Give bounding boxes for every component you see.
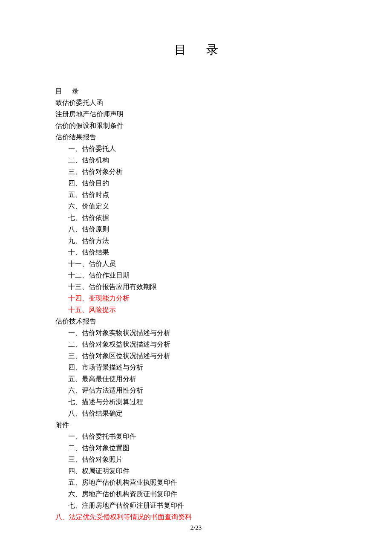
toc-entry: 四、权属证明复印件 (55, 465, 192, 477)
toc-entry: 七、描述与分析测算过程 (55, 396, 192, 408)
toc-entry: 五、房地产估价机构营业执照复印件 (55, 477, 192, 488)
toc-entry: 十五、风险提示 (55, 304, 192, 315)
toc-entry: 一、估价对象实物状况描述与分析 (55, 327, 192, 338)
toc-entry: 九、估价方法 (55, 235, 192, 246)
toc-entry: 二、估价对象位置图 (55, 442, 192, 454)
toc-entry: 一、估价委托书复印件 (55, 431, 192, 442)
toc-entry: 二、估价机构 (55, 154, 192, 166)
toc-entry: 八、估价原则 (55, 223, 192, 235)
toc-entry: 一、估价委托人 (55, 143, 192, 154)
toc-entry: 八、估价结果确定 (55, 408, 192, 419)
toc-entry: 八、法定优先受偿权利等情况的书面查询资料 (55, 511, 192, 523)
toc-entry: 七、注册房地产估价师注册证书复印件 (55, 500, 192, 511)
toc-entry: 注册房地产估价师声明 (55, 108, 192, 120)
toc-entry: 三、估价对象区位状况描述与分析 (55, 350, 192, 361)
page-title: 目 录 (0, 0, 392, 58)
toc-entry: 十四、变现能力分析 (55, 292, 192, 304)
toc-entry: 六、房地产估价机构资质证书复印件 (55, 488, 192, 500)
toc-entry: 目 录 (55, 85, 192, 97)
table-of-contents: 目 录致估价委托人函注册房地产估价师声明估价的假设和限制条件估价结果报告一、估价… (55, 85, 192, 523)
toc-entry: 三、估价对象分析 (55, 166, 192, 177)
toc-entry: 十、估价结果 (55, 246, 192, 258)
toc-entry: 估价的假设和限制条件 (55, 120, 192, 131)
toc-entry: 五、最高最佳使用分析 (55, 373, 192, 384)
toc-entry: 十三、估价报告应用有效期限 (55, 281, 192, 292)
toc-entry: 十一、估价人员 (55, 258, 192, 269)
toc-entry: 二、估价对象权益状况描述与分析 (55, 338, 192, 350)
toc-entry: 附件 (55, 419, 192, 431)
toc-entry: 估价结果报告 (55, 131, 192, 143)
toc-entry: 四、市场背景描述与分析 (55, 361, 192, 373)
toc-entry: 六、价值定义 (55, 200, 192, 212)
toc-entry: 六、评估方法适用性分析 (55, 384, 192, 396)
toc-entry: 致估价委托人函 (55, 97, 192, 108)
toc-entry: 四、估价目的 (55, 177, 192, 189)
toc-entry: 七、估价依据 (55, 212, 192, 223)
toc-entry: 十二、估价作业日期 (55, 269, 192, 281)
toc-entry: 估价技术报告 (55, 315, 192, 327)
page-number: 2/23 (0, 524, 392, 532)
toc-entry: 五、估价时点 (55, 189, 192, 200)
toc-entry: 三、估价对象照片 (55, 454, 192, 465)
